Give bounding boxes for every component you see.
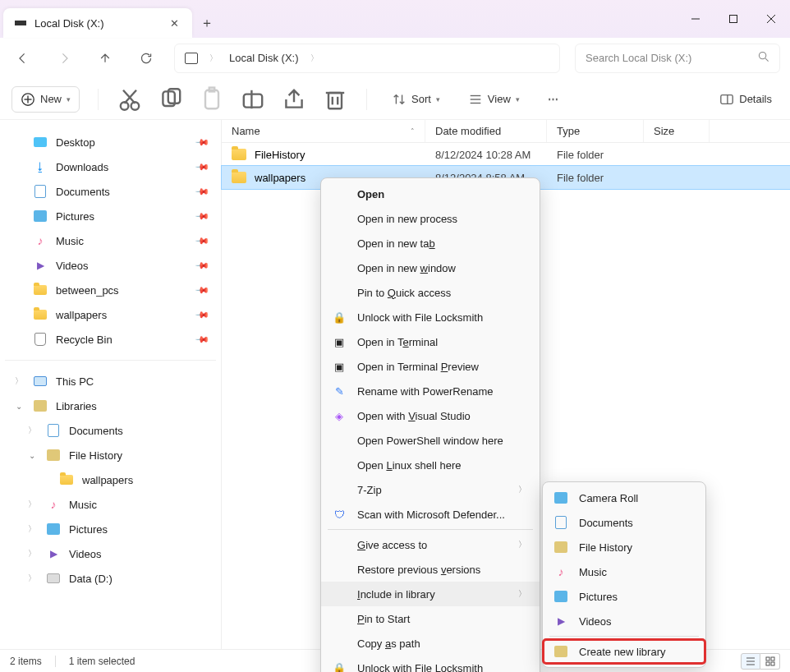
sidebar-item-documents[interactable]: Documents📌	[5, 179, 216, 204]
sidebar-item-wallpapers[interactable]: wallpapers📌	[5, 302, 216, 327]
maximize-button[interactable]	[714, 0, 752, 38]
sidebar-item-videos[interactable]: ▶Videos📌	[5, 253, 216, 278]
column-date[interactable]: Date modified	[425, 120, 547, 142]
cm-open-linux[interactable]: Open Linux shell here	[321, 453, 540, 477]
cm-give-access[interactable]: Give access to〉	[321, 532, 540, 557]
tab-title: Local Disk (X:)	[34, 17, 159, 30]
sub-music[interactable]: ♪Music	[543, 559, 705, 584]
include-in-library-submenu: Camera Roll Documents File History ♪Musi…	[542, 481, 706, 668]
forward-button[interactable]	[51, 45, 77, 71]
sub-create-new-library[interactable]: Create new library	[543, 639, 705, 664]
delete-button[interactable]	[322, 86, 348, 113]
pin-icon: 📌	[194, 208, 209, 223]
chevron-right-icon[interactable]: 〉	[26, 499, 38, 510]
sidebar-item-libraries[interactable]: ⌄Libraries	[5, 394, 216, 418]
chevron-right-icon[interactable]: 〉	[13, 375, 25, 387]
new-tab-button[interactable]: ＋	[192, 8, 222, 38]
copy-button[interactable]	[158, 86, 184, 113]
sidebar-item-lib-documents[interactable]: 〉Documents	[5, 418, 216, 443]
sub-camera-roll[interactable]: Camera Roll	[543, 486, 705, 510]
sidebar-item-music[interactable]: ♪Music📌	[5, 228, 216, 253]
view-details-toggle[interactable]	[741, 653, 760, 670]
cm-include-library[interactable]: Include in library〉	[321, 582, 540, 606]
cm-pin-start[interactable]: Pin to Start	[321, 606, 540, 631]
cm-open[interactable]: Open	[321, 182, 540, 206]
pc-icon	[185, 53, 198, 64]
sub-pictures[interactable]: Pictures	[543, 584, 705, 609]
sidebar-item-lib-filehistory[interactable]: ⌄File History	[5, 443, 216, 467]
sidebar-item-lib-wallpapers[interactable]: wallpapers	[5, 467, 216, 492]
chevron-right-icon[interactable]: 〉	[26, 548, 38, 559]
cm-7zip[interactable]: 7-Zip〉	[321, 477, 540, 502]
cm-unlock-filelocksmith[interactable]: 🔒Unlock with File Locksmith	[321, 305, 540, 329]
view-button[interactable]: View ▾	[462, 87, 526, 112]
cm-scan-defender[interactable]: 🛡Scan with Microsoft Defender...	[321, 502, 540, 527]
pin-icon: 📌	[194, 282, 209, 297]
chevron-right-icon: 〉	[310, 53, 319, 64]
cm-unlock-filelocksmith-2[interactable]: 🔒Unlock with File Locksmith	[321, 656, 540, 672]
sidebar-item-lib-videos[interactable]: 〉▶Videos	[5, 541, 216, 566]
pin-icon: 📌	[194, 232, 209, 248]
chevron-down-icon[interactable]: ⌄	[13, 402, 25, 411]
close-tab-icon[interactable]: ✕	[168, 17, 181, 30]
sub-documents[interactable]: Documents	[543, 510, 705, 535]
sidebar-item-downloads[interactable]: ⭳Downloads📌	[5, 154, 216, 179]
sub-file-history[interactable]: File History	[543, 535, 705, 559]
sidebar-item-data-d[interactable]: 〉Data (D:)	[5, 566, 216, 591]
cm-open-new-window[interactable]: Open in new window	[321, 255, 540, 280]
sidebar-item-lib-pictures[interactable]: 〉Pictures	[5, 517, 216, 541]
minimize-button[interactable]	[677, 0, 714, 38]
cm-open-terminal[interactable]: ▣Open in Terminal	[321, 329, 540, 354]
status-selected: 1 item selected	[69, 656, 135, 667]
sidebar-item-lib-music[interactable]: 〉♪Music	[5, 492, 216, 517]
sort-button[interactable]: Sort ▾	[385, 87, 447, 112]
sidebar-item-recycle-bin[interactable]: Recycle Bin📌	[5, 327, 216, 352]
cm-open-powershell[interactable]: Open PowerShell window here	[321, 428, 540, 453]
svg-rect-34	[771, 662, 774, 665]
close-window-button[interactable]	[752, 0, 790, 38]
new-button[interactable]: New ▾	[11, 86, 80, 113]
refresh-button[interactable]	[133, 45, 159, 71]
up-button[interactable]	[92, 45, 118, 71]
cm-restore-versions[interactable]: Restore previous versions	[321, 557, 540, 582]
view-thumbnails-toggle[interactable]	[760, 653, 780, 670]
share-button[interactable]	[281, 86, 307, 113]
sub-videos[interactable]: ▶Videos	[543, 609, 705, 633]
cm-open-new-tab[interactable]: Open in new tab	[321, 231, 540, 255]
sidebar-item-pictures[interactable]: Pictures📌	[5, 204, 216, 228]
cm-pin-quick-access[interactable]: Pin to Quick access	[321, 280, 540, 305]
file-row[interactable]: FileHistory 8/12/2024 10:28 AM File fold…	[222, 143, 790, 166]
sidebar-item-between-pcs[interactable]: between_pcs📌	[5, 278, 216, 302]
more-button[interactable]: ⋯	[541, 86, 567, 113]
sidebar: Desktop📌 ⭳Downloads📌 Documents📌 Pictures…	[0, 120, 222, 649]
breadcrumb[interactable]: 〉 Local Disk (X:) 〉	[174, 44, 560, 73]
details-pane-button[interactable]: Details	[713, 87, 779, 112]
back-button[interactable]	[10, 45, 36, 71]
chevron-right-icon: 〉	[518, 539, 526, 550]
column-name[interactable]: Name˄	[222, 120, 425, 142]
chevron-right-icon[interactable]: 〉	[26, 573, 38, 584]
rename-button[interactable]	[240, 86, 266, 113]
column-type[interactable]: Type	[547, 120, 644, 142]
titlebar: Local Disk (X:) ✕ ＋	[0, 0, 790, 38]
search-input[interactable]: Search Local Disk (X:)	[575, 44, 780, 73]
cm-open-terminal-preview[interactable]: ▣Open in Terminal Preview	[321, 354, 540, 379]
active-tab[interactable]: Local Disk (X:) ✕	[3, 8, 192, 38]
chevron-down-icon[interactable]: ⌄	[26, 451, 38, 460]
pin-icon: 📌	[194, 183, 209, 199]
cut-button[interactable]	[117, 86, 143, 113]
sidebar-item-this-pc[interactable]: 〉This PC	[5, 369, 216, 394]
videos-icon: ▶	[553, 613, 569, 629]
sidebar-item-desktop[interactable]: Desktop📌	[5, 130, 216, 154]
breadcrumb-item[interactable]: Local Disk (X:)	[229, 52, 299, 64]
paste-button[interactable]	[199, 86, 225, 113]
svg-rect-32	[771, 657, 774, 660]
cm-copy-as-path[interactable]: Copy as path	[321, 631, 540, 656]
cm-rename-powerrename[interactable]: ✎Rename with PowerRename	[321, 379, 540, 403]
chevron-right-icon[interactable]: 〉	[26, 425, 38, 436]
chevron-right-icon[interactable]: 〉	[26, 523, 38, 535]
lock-icon: 🔒	[331, 660, 347, 672]
cm-open-visual-studio[interactable]: ◈Open with Visual Studio	[321, 403, 540, 428]
cm-open-new-process[interactable]: Open in new process	[321, 206, 540, 231]
column-size[interactable]: Size	[644, 120, 710, 142]
